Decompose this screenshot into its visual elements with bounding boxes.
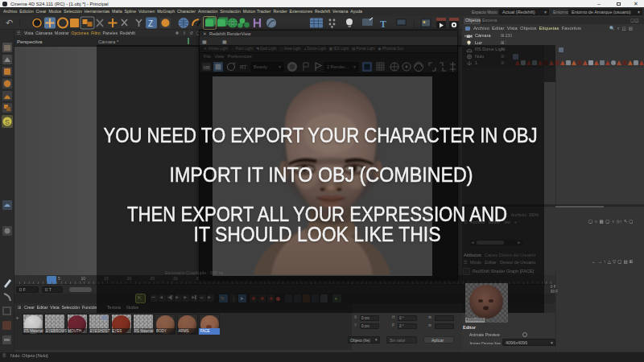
svg-text:S: S xyxy=(5,118,10,126)
svg-text:T: T xyxy=(380,19,386,30)
svg-text:Z: Z xyxy=(148,19,153,28)
svg-text:↶: ↶ xyxy=(6,18,13,27)
